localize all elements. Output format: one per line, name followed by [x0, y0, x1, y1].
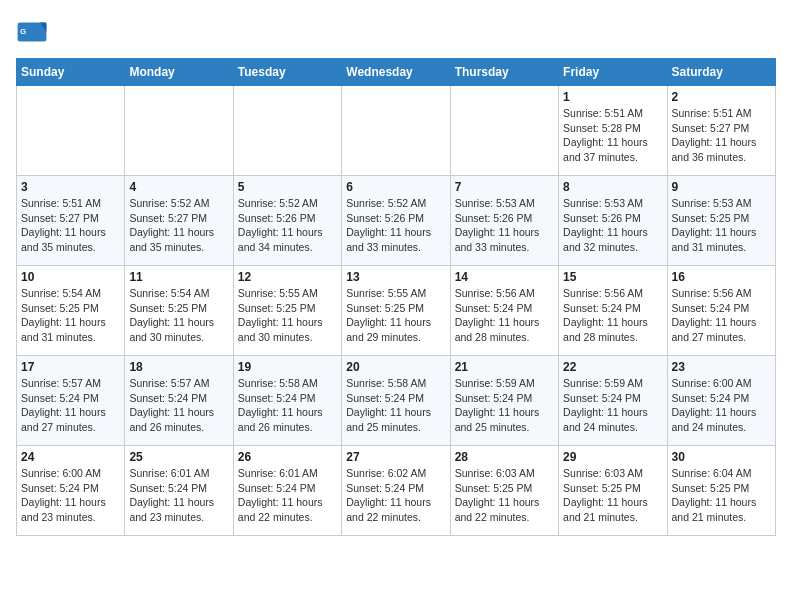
- weekday-header-friday: Friday: [559, 59, 667, 86]
- day-info: Sunrise: 6:01 AM Sunset: 5:24 PM Dayligh…: [238, 466, 337, 525]
- day-number: 17: [21, 360, 120, 374]
- day-info: Sunrise: 5:51 AM Sunset: 5:28 PM Dayligh…: [563, 106, 662, 165]
- day-number: 20: [346, 360, 445, 374]
- calendar-cell: 17 Sunrise: 5:57 AM Sunset: 5:24 PM Dayl…: [17, 356, 125, 446]
- calendar-cell: 13 Sunrise: 5:55 AM Sunset: 5:25 PM Dayl…: [342, 266, 450, 356]
- day-info: Sunrise: 6:01 AM Sunset: 5:24 PM Dayligh…: [129, 466, 228, 525]
- calendar-cell: [450, 86, 558, 176]
- day-info: Sunrise: 5:58 AM Sunset: 5:24 PM Dayligh…: [346, 376, 445, 435]
- calendar-cell: 16 Sunrise: 5:56 AM Sunset: 5:24 PM Dayl…: [667, 266, 775, 356]
- calendar-cell: 30 Sunrise: 6:04 AM Sunset: 5:25 PM Dayl…: [667, 446, 775, 536]
- day-number: 19: [238, 360, 337, 374]
- day-info: Sunrise: 5:51 AM Sunset: 5:27 PM Dayligh…: [672, 106, 771, 165]
- calendar-cell: 24 Sunrise: 6:00 AM Sunset: 5:24 PM Dayl…: [17, 446, 125, 536]
- day-number: 11: [129, 270, 228, 284]
- calendar-cell: [342, 86, 450, 176]
- calendar-cell: 8 Sunrise: 5:53 AM Sunset: 5:26 PM Dayli…: [559, 176, 667, 266]
- calendar-cell: 15 Sunrise: 5:56 AM Sunset: 5:24 PM Dayl…: [559, 266, 667, 356]
- day-info: Sunrise: 5:53 AM Sunset: 5:26 PM Dayligh…: [455, 196, 554, 255]
- day-number: 27: [346, 450, 445, 464]
- day-info: Sunrise: 6:03 AM Sunset: 5:25 PM Dayligh…: [563, 466, 662, 525]
- day-info: Sunrise: 5:56 AM Sunset: 5:24 PM Dayligh…: [455, 286, 554, 345]
- day-info: Sunrise: 5:59 AM Sunset: 5:24 PM Dayligh…: [563, 376, 662, 435]
- day-number: 23: [672, 360, 771, 374]
- day-info: Sunrise: 5:59 AM Sunset: 5:24 PM Dayligh…: [455, 376, 554, 435]
- logo: G: [16, 16, 52, 48]
- calendar-cell: 12 Sunrise: 5:55 AM Sunset: 5:25 PM Dayl…: [233, 266, 341, 356]
- calendar-cell: 28 Sunrise: 6:03 AM Sunset: 5:25 PM Dayl…: [450, 446, 558, 536]
- day-number: 15: [563, 270, 662, 284]
- calendar-table: SundayMondayTuesdayWednesdayThursdayFrid…: [16, 58, 776, 536]
- calendar-cell: 20 Sunrise: 5:58 AM Sunset: 5:24 PM Dayl…: [342, 356, 450, 446]
- day-number: 26: [238, 450, 337, 464]
- day-info: Sunrise: 5:52 AM Sunset: 5:26 PM Dayligh…: [238, 196, 337, 255]
- calendar-cell: 4 Sunrise: 5:52 AM Sunset: 5:27 PM Dayli…: [125, 176, 233, 266]
- day-number: 12: [238, 270, 337, 284]
- svg-text:G: G: [20, 27, 26, 36]
- day-info: Sunrise: 5:57 AM Sunset: 5:24 PM Dayligh…: [21, 376, 120, 435]
- weekday-header-thursday: Thursday: [450, 59, 558, 86]
- calendar-cell: 1 Sunrise: 5:51 AM Sunset: 5:28 PM Dayli…: [559, 86, 667, 176]
- page-header: G: [16, 16, 776, 48]
- day-info: Sunrise: 5:53 AM Sunset: 5:25 PM Dayligh…: [672, 196, 771, 255]
- calendar-cell: 10 Sunrise: 5:54 AM Sunset: 5:25 PM Dayl…: [17, 266, 125, 356]
- calendar-cell: 5 Sunrise: 5:52 AM Sunset: 5:26 PM Dayli…: [233, 176, 341, 266]
- calendar-cell: 2 Sunrise: 5:51 AM Sunset: 5:27 PM Dayli…: [667, 86, 775, 176]
- calendar-cell: 23 Sunrise: 6:00 AM Sunset: 5:24 PM Dayl…: [667, 356, 775, 446]
- calendar-week-2: 3 Sunrise: 5:51 AM Sunset: 5:27 PM Dayli…: [17, 176, 776, 266]
- day-number: 8: [563, 180, 662, 194]
- calendar-cell: 6 Sunrise: 5:52 AM Sunset: 5:26 PM Dayli…: [342, 176, 450, 266]
- day-number: 16: [672, 270, 771, 284]
- day-number: 7: [455, 180, 554, 194]
- day-info: Sunrise: 6:02 AM Sunset: 5:24 PM Dayligh…: [346, 466, 445, 525]
- day-info: Sunrise: 5:58 AM Sunset: 5:24 PM Dayligh…: [238, 376, 337, 435]
- calendar-cell: 7 Sunrise: 5:53 AM Sunset: 5:26 PM Dayli…: [450, 176, 558, 266]
- calendar-cell: 19 Sunrise: 5:58 AM Sunset: 5:24 PM Dayl…: [233, 356, 341, 446]
- day-number: 9: [672, 180, 771, 194]
- day-info: Sunrise: 6:00 AM Sunset: 5:24 PM Dayligh…: [21, 466, 120, 525]
- day-number: 6: [346, 180, 445, 194]
- day-info: Sunrise: 5:54 AM Sunset: 5:25 PM Dayligh…: [129, 286, 228, 345]
- calendar-cell: [233, 86, 341, 176]
- day-number: 3: [21, 180, 120, 194]
- calendar-cell: 9 Sunrise: 5:53 AM Sunset: 5:25 PM Dayli…: [667, 176, 775, 266]
- calendar-cell: 21 Sunrise: 5:59 AM Sunset: 5:24 PM Dayl…: [450, 356, 558, 446]
- day-info: Sunrise: 5:55 AM Sunset: 5:25 PM Dayligh…: [346, 286, 445, 345]
- day-info: Sunrise: 6:03 AM Sunset: 5:25 PM Dayligh…: [455, 466, 554, 525]
- day-info: Sunrise: 5:56 AM Sunset: 5:24 PM Dayligh…: [672, 286, 771, 345]
- day-number: 13: [346, 270, 445, 284]
- day-number: 28: [455, 450, 554, 464]
- day-info: Sunrise: 6:04 AM Sunset: 5:25 PM Dayligh…: [672, 466, 771, 525]
- calendar-week-4: 17 Sunrise: 5:57 AM Sunset: 5:24 PM Dayl…: [17, 356, 776, 446]
- day-info: Sunrise: 6:00 AM Sunset: 5:24 PM Dayligh…: [672, 376, 771, 435]
- day-number: 2: [672, 90, 771, 104]
- calendar-cell: 29 Sunrise: 6:03 AM Sunset: 5:25 PM Dayl…: [559, 446, 667, 536]
- day-number: 21: [455, 360, 554, 374]
- calendar-cell: [125, 86, 233, 176]
- day-number: 18: [129, 360, 228, 374]
- day-number: 25: [129, 450, 228, 464]
- day-number: 30: [672, 450, 771, 464]
- day-number: 29: [563, 450, 662, 464]
- calendar-cell: 26 Sunrise: 6:01 AM Sunset: 5:24 PM Dayl…: [233, 446, 341, 536]
- calendar-cell: 22 Sunrise: 5:59 AM Sunset: 5:24 PM Dayl…: [559, 356, 667, 446]
- weekday-header-saturday: Saturday: [667, 59, 775, 86]
- day-number: 4: [129, 180, 228, 194]
- calendar-cell: 3 Sunrise: 5:51 AM Sunset: 5:27 PM Dayli…: [17, 176, 125, 266]
- calendar-cell: 14 Sunrise: 5:56 AM Sunset: 5:24 PM Dayl…: [450, 266, 558, 356]
- calendar-cell: [17, 86, 125, 176]
- day-info: Sunrise: 5:55 AM Sunset: 5:25 PM Dayligh…: [238, 286, 337, 345]
- day-info: Sunrise: 5:57 AM Sunset: 5:24 PM Dayligh…: [129, 376, 228, 435]
- calendar-week-3: 10 Sunrise: 5:54 AM Sunset: 5:25 PM Dayl…: [17, 266, 776, 356]
- day-number: 1: [563, 90, 662, 104]
- day-number: 24: [21, 450, 120, 464]
- logo-icon: G: [16, 16, 48, 48]
- day-number: 10: [21, 270, 120, 284]
- day-number: 5: [238, 180, 337, 194]
- weekday-header-monday: Monday: [125, 59, 233, 86]
- weekday-header-tuesday: Tuesday: [233, 59, 341, 86]
- calendar-cell: 27 Sunrise: 6:02 AM Sunset: 5:24 PM Dayl…: [342, 446, 450, 536]
- weekday-header-sunday: Sunday: [17, 59, 125, 86]
- day-info: Sunrise: 5:54 AM Sunset: 5:25 PM Dayligh…: [21, 286, 120, 345]
- calendar-cell: 18 Sunrise: 5:57 AM Sunset: 5:24 PM Dayl…: [125, 356, 233, 446]
